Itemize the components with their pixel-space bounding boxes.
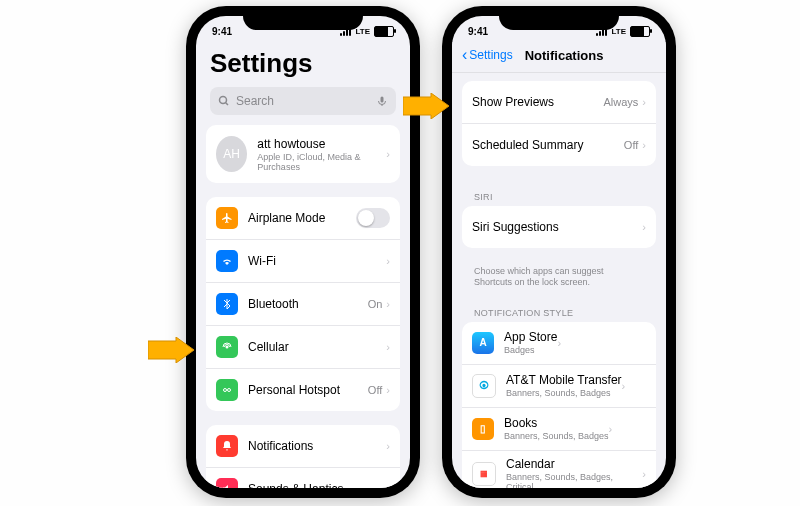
app-row-calendar[interactable]: ▦ Calendar Banners, Sounds, Badges, Crit…	[462, 451, 656, 488]
chevron-left-icon: ‹	[462, 46, 467, 64]
app-icon-att: ⦿	[472, 374, 496, 398]
svg-marker-10	[403, 93, 449, 119]
notifications-row[interactable]: Notifications ›	[206, 425, 400, 468]
chevron-right-icon: ›	[557, 337, 561, 349]
carrier-label: LTE	[355, 27, 370, 36]
notifications-screen: 9:41 LTE ‹ Settings Notifications	[452, 16, 666, 488]
chevron-right-icon: ›	[386, 341, 390, 353]
svg-point-3	[226, 346, 229, 349]
status-time: 9:41	[468, 26, 488, 37]
battery-icon	[374, 26, 394, 37]
notifications-group: Notifications › Sounds & Haptics › Focus…	[206, 425, 400, 488]
back-button[interactable]: ‹ Settings	[462, 46, 513, 64]
siri-group: Siri Suggestions ›	[462, 206, 656, 248]
phone-notifications: 9:41 LTE ‹ Settings Notifications	[442, 6, 676, 498]
scheduled-summary-row[interactable]: Scheduled Summary Off ›	[462, 124, 656, 166]
hotspot-icon	[216, 379, 238, 401]
sounds-icon	[216, 478, 238, 488]
nav-bar: ‹ Settings Notifications	[452, 42, 666, 73]
battery-icon	[630, 26, 650, 37]
chevron-right-icon: ›	[642, 468, 646, 480]
chevron-right-icon: ›	[386, 298, 390, 310]
bluetooth-row[interactable]: Bluetooth On ›	[206, 283, 400, 326]
notifications-content[interactable]: ‹ Settings Notifications Show Previews A…	[452, 42, 666, 488]
account-sub: Apple ID, iCloud, Media & Purchases	[257, 152, 386, 172]
mic-icon[interactable]	[376, 95, 388, 107]
notch	[243, 6, 363, 30]
wifi-row[interactable]: Wi-Fi ›	[206, 240, 400, 283]
siri-footer: Choose which apps can suggest Shortcuts …	[452, 262, 666, 296]
settings-content[interactable]: Settings Search AH att howtouse Apple ID…	[196, 42, 410, 488]
chevron-right-icon: ›	[609, 423, 613, 435]
siri-suggestions-row[interactable]: Siri Suggestions ›	[462, 206, 656, 248]
svg-point-0	[220, 97, 227, 104]
chevron-right-icon: ›	[386, 148, 390, 160]
chevron-right-icon: ›	[622, 380, 626, 392]
nav-title: Notifications	[525, 48, 656, 63]
account-group: AH att howtouse Apple ID, iCloud, Media …	[206, 125, 400, 183]
chevron-right-icon: ›	[642, 221, 646, 233]
svg-marker-9	[148, 337, 194, 363]
svg-point-4	[224, 389, 227, 392]
cellular-icon	[216, 336, 238, 358]
svg-point-5	[228, 389, 231, 392]
account-row[interactable]: AH att howtouse Apple ID, iCloud, Media …	[206, 125, 400, 183]
airplane-mode-switch[interactable]	[356, 208, 390, 228]
annotation-arrow-previews	[403, 93, 449, 119]
wifi-icon	[216, 250, 238, 272]
notifications-icon	[216, 435, 238, 457]
app-icon-books: ▯	[472, 418, 494, 440]
carrier-label: LTE	[611, 27, 626, 36]
show-previews-row[interactable]: Show Previews Always ›	[462, 81, 656, 124]
app-icon-calendar: ▦	[472, 462, 496, 486]
account-name: att howtouse	[257, 137, 386, 151]
chevron-right-icon: ›	[386, 384, 390, 396]
annotation-arrow-notifications	[148, 337, 194, 363]
airplane-mode-row[interactable]: Airplane Mode	[206, 197, 400, 240]
app-row-books[interactable]: ▯ Books Banners, Sounds, Badges ›	[462, 408, 656, 451]
avatar: AH	[216, 136, 247, 172]
settings-screen: 9:41 LTE Settings Search AH	[196, 16, 410, 488]
svg-line-1	[226, 103, 229, 106]
chevron-right-icon: ›	[386, 483, 390, 488]
apps-group: A App Store Badges › ⦿ AT&T Mobile Trans…	[462, 322, 656, 488]
svg-rect-2	[381, 97, 384, 103]
siri-header: SIRI	[452, 180, 666, 206]
app-icon-appstore: A	[472, 332, 494, 354]
notch	[499, 6, 619, 30]
chevron-right-icon: ›	[386, 255, 390, 267]
status-time: 9:41	[212, 26, 232, 37]
phone-settings: 9:41 LTE Settings Search AH	[186, 6, 420, 498]
airplane-icon	[216, 207, 238, 229]
previews-group: Show Previews Always › Scheduled Summary…	[462, 81, 656, 166]
cellular-row[interactable]: Cellular ›	[206, 326, 400, 369]
chevron-right-icon: ›	[642, 139, 646, 151]
sounds-row[interactable]: Sounds & Haptics ›	[206, 468, 400, 488]
app-row-att[interactable]: ⦿ AT&T Mobile Transfer Banners, Sounds, …	[462, 365, 656, 408]
hotspot-row[interactable]: Personal Hotspot Off ›	[206, 369, 400, 411]
connectivity-group: Airplane Mode Wi-Fi › Bluetooth On ›	[206, 197, 400, 411]
chevron-right-icon: ›	[642, 96, 646, 108]
page-title: Settings	[196, 42, 410, 87]
app-row-appstore[interactable]: A App Store Badges ›	[462, 322, 656, 365]
search-icon	[218, 95, 230, 107]
search-input[interactable]: Search	[210, 87, 396, 115]
chevron-right-icon: ›	[386, 440, 390, 452]
search-placeholder: Search	[236, 94, 274, 108]
style-header: NOTIFICATION STYLE	[452, 296, 666, 322]
bluetooth-icon	[216, 293, 238, 315]
